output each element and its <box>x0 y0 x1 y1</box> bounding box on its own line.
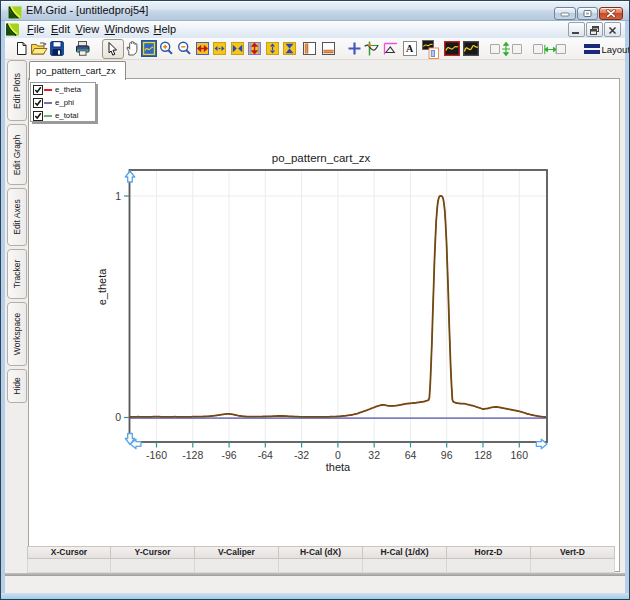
svg-text:128: 128 <box>474 449 492 461</box>
svg-text:po_pattern_cart_zx: po_pattern_cart_zx <box>272 152 371 164</box>
svg-text:1: 1 <box>115 190 121 202</box>
svg-text:theta: theta <box>326 461 351 473</box>
svg-text:e_theta: e_theta <box>96 268 108 306</box>
svg-text:160: 160 <box>511 449 529 461</box>
svg-text:-128: -128 <box>182 449 203 461</box>
svg-text:-160: -160 <box>146 449 167 461</box>
svg-text:64: 64 <box>405 449 417 461</box>
svg-text:-96: -96 <box>222 449 237 461</box>
svg-text:-64: -64 <box>258 449 273 461</box>
svg-text:32: 32 <box>368 449 380 461</box>
svg-text:0: 0 <box>335 449 341 461</box>
svg-text:-32: -32 <box>294 449 309 461</box>
svg-text:0: 0 <box>115 411 121 423</box>
svg-text:96: 96 <box>441 449 453 461</box>
